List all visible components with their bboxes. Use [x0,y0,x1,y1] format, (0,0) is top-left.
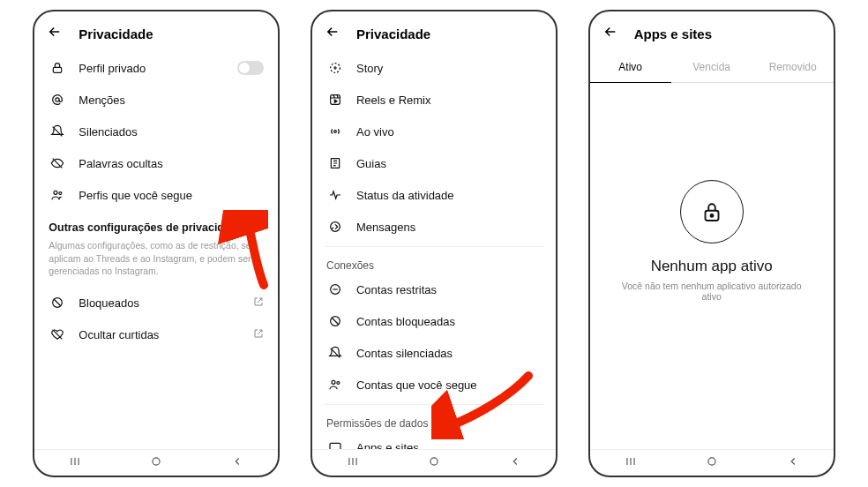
row-label: Contas restritas [356,283,542,296]
row-label: Perfil privado [79,62,225,75]
row-contas-restritas[interactable]: Contas restritas [318,273,550,305]
row-ao-vivo[interactable]: Ao vivo [318,116,550,147]
tab-removido[interactable]: Removido [752,52,834,83]
empty-state: Nenhum app ativo Você não tem nenhum apl… [595,180,828,302]
row-label: Perfis que você segue [79,189,264,202]
empty-sub: Você não tem nenhum aplicativo autorizad… [611,281,812,302]
live-icon [326,124,344,139]
row-label: Ao vivo [356,125,542,139]
heart-off-icon [49,327,66,341]
toggle-perfil-privado[interactable] [237,61,264,75]
reels-icon [326,93,344,107]
back-icon[interactable] [325,24,340,43]
row-label: Reels e Remix [356,94,542,107]
screen3-content: Nenhum app ativo Você não tem nenhum apl… [590,83,834,449]
nav-home-icon[interactable] [706,455,718,470]
svg-point-20 [710,214,713,217]
row-reels-remix[interactable]: Reels e Remix [318,84,550,116]
svg-point-21 [708,458,715,465]
back-icon[interactable] [602,24,618,43]
external-link-icon [253,296,264,310]
svg-point-1 [56,98,59,101]
apps-icon [326,440,344,449]
header-1: Privacidade [34,11,278,52]
row-label: Silenciados [79,125,264,139]
row-perfis-que-voce-segue[interactable]: Perfis que você segue [40,179,273,211]
nav-recent-icon[interactable] [347,455,359,470]
header-2: Privacidade [312,11,556,52]
phone-1: Privacidade Perfil privado Menções Silen… [33,10,280,477]
row-label: Guias [356,157,542,170]
row-label: Mensagens [356,221,542,234]
nav-home-icon[interactable] [150,455,162,470]
row-label: Contas silenciadas [356,347,542,360]
divider [325,404,543,405]
row-contas-silenciadas[interactable]: Contas silenciadas [318,337,550,369]
tabs: Ativo Vencida Removido [590,52,834,83]
row-ocultar-curtidas[interactable]: Ocultar curtidas [40,318,273,350]
row-label: Contas que você segue [356,378,542,392]
story-icon [326,61,344,75]
row-guias[interactable]: Guias [318,147,550,179]
message-icon [326,220,344,234]
bell-off-icon [49,124,66,139]
external-link-icon [252,220,264,236]
row-bloqueados[interactable]: Bloqueados [40,287,273,318]
mention-icon [49,93,66,107]
phone-3: Apps e sites Ativo Vencida Removido Nenh… [588,10,835,477]
svg-point-3 [59,192,62,195]
guides-icon [326,156,344,170]
row-mencoes[interactable]: Menções [40,84,273,116]
android-navbar [312,449,556,476]
android-navbar [34,449,278,476]
svg-point-17 [430,458,438,465]
activity-icon [326,188,344,202]
nav-back-icon[interactable] [787,455,799,470]
row-perfil-privado[interactable]: Perfil privado [40,52,273,84]
svg-point-11 [331,222,340,232]
section-permissoes-dados: Permissões de dados [318,408,550,431]
row-label: Menções [79,94,264,107]
svg-point-5 [153,458,160,465]
svg-rect-16 [330,443,340,449]
block-icon [49,296,66,310]
nav-recent-icon[interactable] [625,455,637,470]
nav-home-icon[interactable] [428,455,440,470]
svg-point-14 [332,380,335,384]
lock-icon [49,61,66,75]
block-icon [326,314,344,328]
row-label: Apps e sites [356,441,542,450]
section-permissoes-title: Permissões de dados [326,417,428,430]
row-contas-que-voce-segue[interactable]: Contas que você segue [318,369,550,401]
nav-back-icon[interactable] [231,455,243,470]
restrict-icon [326,282,344,296]
row-label: Bloqueados [79,296,241,310]
section-other-header[interactable]: Outras configurações de privacidade [40,211,273,237]
row-silenciados[interactable]: Silenciados [40,116,273,147]
section-other-title: Outras configurações de privacidade [49,221,243,234]
svg-point-9 [334,131,337,133]
header-3: Apps e sites [590,11,834,52]
page-title-1: Privacidade [79,26,153,41]
phone-2: Privacidade Story Reels e Remix Ao vivo … [311,10,557,477]
row-label: Status da atividade [356,189,542,202]
tab-vencida[interactable]: Vencida [671,52,752,83]
svg-point-15 [337,382,340,385]
empty-title: Nenhum app ativo [651,258,773,275]
row-contas-bloqueadas[interactable]: Contas bloqueadas [318,305,550,337]
section-other-subtext: Algumas configurações, como as de restri… [40,237,273,287]
lock-circle-icon [680,180,744,244]
back-icon[interactable] [47,24,63,43]
row-palavras-ocultas[interactable]: Palavras ocultas [40,147,273,179]
nav-recent-icon[interactable] [69,455,81,470]
row-story[interactable]: Story [318,52,550,84]
external-link-icon [253,328,264,341]
row-status-atividade[interactable]: Status da atividade [318,179,550,211]
row-mensagens[interactable]: Mensagens [318,211,550,243]
eye-off-icon [49,156,66,170]
screen1-content: Perfil privado Menções Silenciados Palav… [34,52,278,449]
row-label: Ocultar curtidas [79,328,241,341]
tab-ativo[interactable]: Ativo [590,52,671,83]
row-apps-e-sites[interactable]: Apps e sites [318,431,550,449]
nav-back-icon[interactable] [509,455,521,470]
